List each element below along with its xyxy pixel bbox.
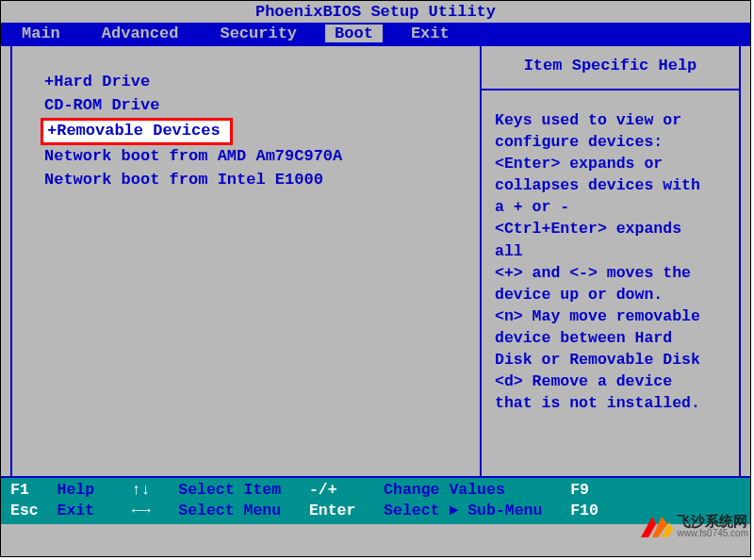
- main-panel: +Hard Drive CD-ROM Drive+Removable Devic…: [1, 44, 750, 478]
- boot-order-panel: +Hard Drive CD-ROM Drive+Removable Devic…: [10, 46, 482, 476]
- bios-setup-window: PhoenixBIOS Setup Utility MainAdvancedSe…: [0, 0, 751, 557]
- footer-cell: ←→ Select Menu: [132, 501, 309, 521]
- footer-key: F10: [570, 502, 608, 519]
- footer-key: -/+: [309, 481, 384, 499]
- footer-key: Enter: [309, 502, 384, 519]
- menu-tab-boot[interactable]: Boot: [325, 25, 383, 42]
- footer-row: F1 Help ↑↓ Select Item -/+ Change Values…: [10, 480, 741, 501]
- help-body: Keys used to view or configure devices: …: [495, 109, 726, 414]
- footer-label: Exit: [57, 502, 132, 519]
- menu-tab-main[interactable]: Main: [1, 25, 81, 42]
- help-title: Item Specific Help: [495, 56, 726, 83]
- footer-cell: Enter Select ► Sub-Menu: [309, 501, 570, 521]
- watermark-logo-icon: [639, 509, 673, 543]
- footer-key: F9: [570, 481, 608, 499]
- footer-key: F1: [10, 481, 57, 499]
- footer-key: ←→: [132, 502, 179, 519]
- footer-key: Esc: [10, 502, 57, 519]
- footer-cell: -/+ Change Values: [309, 480, 570, 501]
- footer-label: Select ► Sub-Menu: [384, 502, 570, 519]
- footer-label: Change Values: [384, 481, 570, 499]
- watermark-text: 飞沙系统网 www.fs0745.com: [677, 514, 748, 539]
- help-divider: [482, 89, 739, 91]
- footer-row: Esc Exit ←→ Select Menu Enter Select ► S…: [10, 501, 741, 521]
- boot-order-list: +Hard Drive CD-ROM Drive+Removable Devic…: [41, 71, 470, 192]
- boot-item[interactable]: +Hard Drive: [41, 71, 470, 94]
- watermark-title: 飞沙系统网: [677, 514, 748, 528]
- boot-item[interactable]: Network boot from Intel E1000: [41, 169, 470, 192]
- footer-cell: F9: [570, 480, 608, 501]
- footer-cell: F1 Help: [10, 480, 132, 501]
- help-panel: Item Specific Help Keys used to view or …: [482, 46, 741, 476]
- footer-cell: Esc Exit: [10, 501, 132, 521]
- menu-bar: MainAdvancedSecurityBootExit: [1, 23, 750, 44]
- footer-key: ↑↓: [132, 481, 179, 499]
- footer-label: Help: [57, 481, 132, 499]
- footer-cell: F10: [570, 501, 608, 521]
- footer-bar: F1 Help ↑↓ Select Item -/+ Change Values…: [1, 478, 750, 524]
- menu-tab-security[interactable]: Security: [199, 25, 318, 42]
- menu-tab-exit[interactable]: Exit: [390, 25, 470, 42]
- title-bar: PhoenixBIOS Setup Utility: [1, 1, 750, 23]
- watermark-url: www.fs0745.com: [677, 528, 748, 539]
- footer-label: Select Menu: [178, 502, 309, 519]
- boot-item[interactable]: +Removable Devices: [41, 118, 233, 145]
- boot-item[interactable]: Network boot from AMD Am79C970A: [41, 145, 470, 169]
- footer-label: Select Item: [178, 481, 309, 499]
- watermark: 飞沙系统网 www.fs0745.com: [639, 509, 748, 543]
- footer-cell: ↑↓ Select Item: [132, 480, 309, 501]
- app-title: PhoenixBIOS Setup Utility: [255, 3, 496, 21]
- boot-item[interactable]: CD-ROM Drive: [41, 94, 470, 118]
- menu-tab-advanced[interactable]: Advanced: [81, 25, 200, 42]
